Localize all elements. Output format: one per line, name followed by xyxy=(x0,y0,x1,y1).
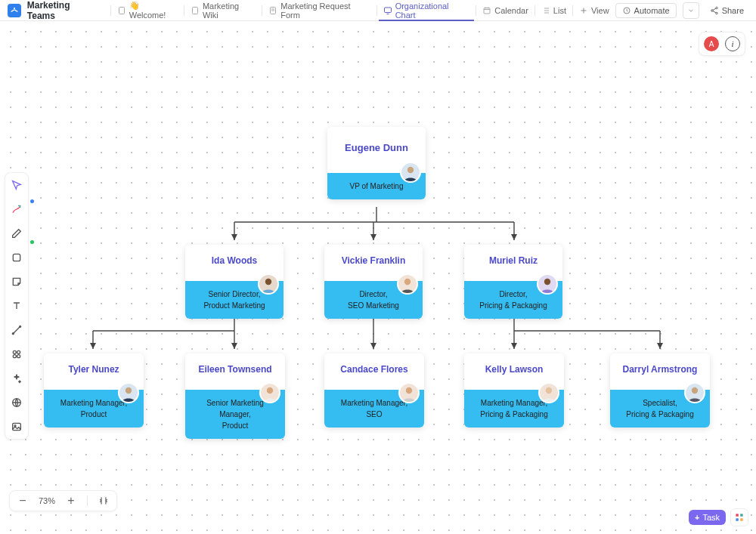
tab-org-chart[interactable]: Organizational Chart xyxy=(377,0,476,20)
avatar-icon xyxy=(537,273,558,295)
tab-request-form[interactable]: Marketing Request Form xyxy=(262,0,376,20)
svg-point-0 xyxy=(14,7,15,8)
svg-rect-10 xyxy=(13,254,20,261)
svg-point-13 xyxy=(13,350,16,353)
org-card-muriel[interactable]: Muriel Ruiz Director, Pricing & Packagin… xyxy=(464,245,562,319)
tab-label: 👋 Welcome! xyxy=(129,1,178,20)
whiteboard-canvas[interactable]: A i xyxy=(0,21,756,534)
globe-tool[interactable] xyxy=(9,395,24,410)
doc-icon xyxy=(117,6,126,15)
tab-label: List xyxy=(553,6,566,15)
svg-rect-4 xyxy=(384,8,391,13)
svg-point-38 xyxy=(125,387,132,394)
tab-label: Calendar xyxy=(494,6,528,15)
doc-icon xyxy=(191,6,200,15)
automate-icon xyxy=(622,6,631,15)
task-label: Task xyxy=(702,513,720,522)
top-bar: Marketing Teams 👋 Welcome! Marketing Wik… xyxy=(0,0,756,21)
user-avatar[interactable]: A xyxy=(704,36,719,51)
avatar-icon xyxy=(684,382,705,403)
form-icon xyxy=(268,6,277,15)
text-tool[interactable] xyxy=(9,298,24,313)
avatar-icon xyxy=(397,273,418,295)
svg-point-42 xyxy=(692,387,698,394)
connector-tool[interactable] xyxy=(9,202,24,217)
spark-tool[interactable] xyxy=(9,371,24,386)
svg-rect-45 xyxy=(736,518,739,521)
chevron-down-icon xyxy=(687,7,695,14)
page-title: Marketing Teams xyxy=(27,0,100,21)
list-icon xyxy=(541,6,550,15)
svg-rect-44 xyxy=(740,514,743,517)
plus-icon: + xyxy=(695,513,699,522)
share-icon xyxy=(710,6,719,15)
zoom-controls: − 73% + xyxy=(9,490,117,511)
org-card-vickie[interactable]: Vickie Franklin Director, SEO Marketing xyxy=(324,245,423,319)
automate-caret-button[interactable] xyxy=(683,2,699,19)
header-right-controls: Automate Share xyxy=(615,2,748,19)
svg-point-37 xyxy=(544,279,550,285)
line-tool[interactable] xyxy=(9,323,24,338)
grid-icon xyxy=(734,512,745,523)
drawing-toolbar xyxy=(5,172,29,440)
shape-tool[interactable] xyxy=(9,250,24,265)
org-card-kelly[interactable]: Kelly Lawson Marketing Manager, Pricing … xyxy=(464,353,564,428)
tab-label: View xyxy=(591,6,609,15)
svg-rect-46 xyxy=(740,518,743,521)
avatar-icon xyxy=(259,382,280,403)
svg-rect-43 xyxy=(736,514,739,517)
plus-icon xyxy=(579,6,588,15)
view-tabs: 👋 Welcome! Marketing Wiki Marketing Requ… xyxy=(110,0,615,20)
avatar-icon xyxy=(258,273,279,295)
image-tool[interactable] xyxy=(9,419,24,434)
fit-to-screen-button[interactable] xyxy=(97,494,110,508)
svg-point-35 xyxy=(265,279,271,285)
svg-rect-2 xyxy=(192,7,197,14)
avatar-icon xyxy=(398,382,420,403)
tab-label: Organizational Chart xyxy=(395,2,470,20)
zoom-percent: 73% xyxy=(39,496,55,505)
automate-button[interactable]: Automate xyxy=(615,3,677,18)
automate-label: Automate xyxy=(634,6,670,15)
presence-cursor-dot xyxy=(30,240,34,244)
svg-point-41 xyxy=(546,387,552,394)
apps-button[interactable] xyxy=(730,508,748,526)
tab-welcome[interactable]: 👋 Welcome! xyxy=(111,0,184,20)
presence-panel: A i xyxy=(699,32,745,56)
stamp-tool[interactable] xyxy=(9,347,24,362)
svg-point-16 xyxy=(17,355,20,358)
share-button[interactable]: Share xyxy=(705,4,748,17)
tab-add-view[interactable]: View xyxy=(573,0,615,20)
svg-point-36 xyxy=(404,279,411,285)
org-card-darryl[interactable]: Darryl Armstrong Specialist, Pricing & P… xyxy=(610,353,710,428)
calendar-icon xyxy=(482,6,491,15)
avatar-icon xyxy=(400,162,421,183)
info-icon[interactable]: i xyxy=(725,36,740,51)
org-card-tyler[interactable]: Tyler Nunez Marketing Manager, Product xyxy=(44,353,144,428)
svg-point-40 xyxy=(406,387,412,394)
org-card-eugene[interactable]: Eugene Dunn VP of Marketing xyxy=(327,127,426,199)
tab-label: Marketing Request Form xyxy=(280,2,370,20)
sticky-note-tool[interactable] xyxy=(9,274,24,289)
org-card-ida[interactable]: Ida Woods Senior Director, Product Marke… xyxy=(185,245,284,319)
svg-point-14 xyxy=(17,350,20,353)
svg-point-39 xyxy=(267,387,273,394)
org-card-eileen[interactable]: Eileen Townsend Senior Marketing Manager… xyxy=(185,353,285,439)
svg-point-34 xyxy=(407,167,414,173)
tab-list[interactable]: List xyxy=(535,0,572,20)
svg-point-15 xyxy=(13,355,16,358)
avatar-icon xyxy=(118,382,139,403)
share-label: Share xyxy=(722,6,744,15)
app-logo[interactable] xyxy=(8,4,21,17)
avatar-icon xyxy=(538,382,559,403)
zoom-out-button[interactable]: − xyxy=(16,494,29,508)
tab-wiki[interactable]: Marketing Wiki xyxy=(184,0,262,20)
new-task-button[interactable]: + Task xyxy=(689,510,726,525)
presence-cursor-dot xyxy=(30,199,34,203)
org-card-candace[interactable]: Candace Flores Marketing Manager, SEO xyxy=(324,353,424,428)
select-tool[interactable] xyxy=(9,177,24,193)
pen-tool[interactable] xyxy=(9,226,24,241)
fit-icon xyxy=(98,495,109,506)
zoom-in-button[interactable]: + xyxy=(64,494,78,508)
tab-calendar[interactable]: Calendar xyxy=(476,0,534,20)
